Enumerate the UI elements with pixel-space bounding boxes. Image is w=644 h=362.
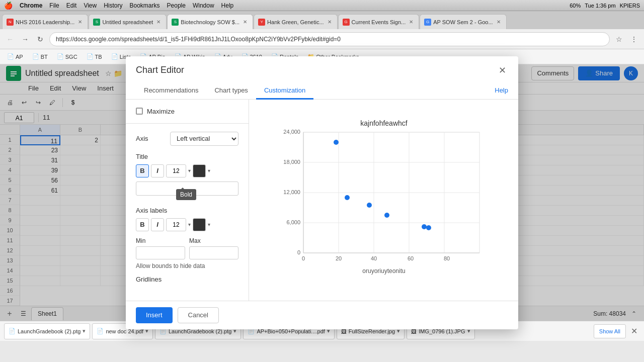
tab-label-4: Hank Green, Genetic... <box>267 19 324 25</box>
axis-color-arrow[interactable]: ▾ <box>208 222 210 227</box>
maximize-label: Maximize <box>147 108 175 115</box>
bookmark-star[interactable]: ☆ <box>613 33 625 45</box>
axis-bold-button[interactable]: B <box>136 218 149 231</box>
tab-favicon-1: N <box>7 19 14 26</box>
tab-label-1: NHS 2016 Leadership... <box>16 19 74 25</box>
address-bar[interactable]: https://docs.google.com/spreadsheets/d/1… <box>49 32 610 46</box>
insert-button[interactable]: Insert <box>136 307 173 323</box>
menu-window[interactable]: Window <box>193 2 214 9</box>
tab-1[interactable]: N NHS 2016 Leadership... ✕ <box>2 14 88 29</box>
tab-3[interactable]: S Biotechnology SOW $... ✕ <box>167 14 253 29</box>
tab-label-5: Current Events Sign... <box>352 19 406 25</box>
axis-font-size[interactable] <box>166 218 186 231</box>
tab-close-6[interactable]: ✕ <box>495 19 502 26</box>
title-color-picker[interactable] <box>193 164 206 177</box>
menu-edit[interactable]: Edit <box>66 2 77 9</box>
tab-recommendations[interactable]: Recommendations <box>136 82 206 100</box>
menu-chrome[interactable]: Chrome <box>20 2 42 9</box>
menu-history[interactable]: History <box>104 2 122 9</box>
datapoint-4 <box>384 213 389 218</box>
settings-button[interactable]: ⋮ <box>628 33 640 45</box>
title-italic-button[interactable]: I <box>151 164 164 177</box>
bookmark-sgc[interactable]: 📄SGC <box>54 52 80 61</box>
title-font-size-arrow[interactable]: ▾ <box>188 168 191 173</box>
mac-menubar: 🍎 Chrome File Edit View History Bookmark… <box>0 0 644 11</box>
chart-editor-body: Maximize Axis Left vertical Title <box>126 100 518 301</box>
datapoint-3 <box>367 203 372 208</box>
axis-italic-button[interactable]: I <box>151 218 164 231</box>
chart-preview: kajnfohfeawhcf <box>278 115 490 286</box>
axis-labels-font-controls: B I ▾ ▾ <box>136 218 238 231</box>
menu-help[interactable]: Help <box>221 2 234 9</box>
tab-favicon-4: Y <box>258 19 265 26</box>
min-label: Min <box>136 237 185 244</box>
modal-overlay: Chart Editor ✕ Recommendations Chart typ… <box>0 64 644 321</box>
min-group: Min <box>136 237 185 259</box>
download-icon-2: 📄 <box>97 328 104 334</box>
title-bold-button[interactable]: B <box>136 164 149 177</box>
download-label-1: LaunchGradebook (2).ptg <box>18 328 80 334</box>
tab-4[interactable]: Y Hank Green, Genetic... ✕ <box>254 14 338 29</box>
menu-people[interactable]: People <box>167 2 186 9</box>
axis-labels-section-label: Axis labels <box>136 207 238 214</box>
menu-file[interactable]: File <box>49 2 59 9</box>
download-item-1[interactable]: 📄 LaunchGradebook (2).ptg ▾ <box>4 323 90 339</box>
browser-toolbar: ← → ↻ https://docs.google.com/spreadshee… <box>0 29 644 49</box>
chart-editor-left-panel: Maximize Axis Left vertical Title <box>126 100 249 301</box>
close-button[interactable]: ✕ <box>496 64 508 76</box>
y-label-6000: 6,000 <box>286 219 300 225</box>
y-label-18000: 18,000 <box>283 159 300 165</box>
cancel-button[interactable]: Cancel <box>178 307 219 323</box>
bookmark-ap[interactable]: 📄AP <box>4 52 26 61</box>
downloads-close-button[interactable]: ✕ <box>628 325 640 337</box>
chart-title-text: kajnfohfeawhcf <box>360 119 408 127</box>
chart-editor-tabs: Recommendations Chart types Customizatio… <box>126 76 518 100</box>
datapoint-2 <box>345 195 350 200</box>
back-button[interactable]: ← <box>4 33 16 45</box>
menu-bookmarks[interactable]: Bookmarks <box>130 2 160 9</box>
axis-font-size-arrow[interactable]: ▾ <box>188 222 191 227</box>
datapoint-5 <box>422 224 427 229</box>
tab-close-4[interactable]: ✕ <box>326 19 333 26</box>
menu-view[interactable]: View <box>84 2 97 9</box>
chart-editor-right-panel: kajnfohfeawhcf <box>249 100 518 301</box>
reload-button[interactable]: ↻ <box>34 33 46 45</box>
apple-logo: 🍎 <box>4 2 13 10</box>
x-label-20: 20 <box>335 255 341 261</box>
axis-select[interactable]: Left vertical <box>170 132 238 146</box>
download-arrow-1[interactable]: ▾ <box>83 328 86 334</box>
bookmark-tb[interactable]: 📄TB <box>84 52 105 61</box>
bookmark-bt[interactable]: 📄BT <box>29 52 51 61</box>
axis-color-picker[interactable] <box>193 218 206 231</box>
tab-close-5[interactable]: ✕ <box>408 19 415 26</box>
tab-6[interactable]: G AP SOW Sem 2 - Goo... ✕ <box>420 14 506 29</box>
tab-2[interactable]: S Untitled spreadsheet ✕ <box>89 14 167 29</box>
chart-svg: kajnfohfeawhcf <box>278 115 490 286</box>
chart-editor: Chart Editor ✕ Recommendations Chart typ… <box>126 56 518 329</box>
forward-button[interactable]: → <box>19 33 31 45</box>
help-link[interactable]: Help <box>495 82 508 99</box>
y-label-12000: 12,000 <box>283 189 300 195</box>
show-all-button[interactable]: Show All <box>594 324 626 338</box>
tab-close-1[interactable]: ✕ <box>76 19 84 26</box>
tab-close-3[interactable]: ✕ <box>242 19 249 26</box>
title-font-size[interactable] <box>166 164 186 177</box>
x-label-40: 40 <box>370 255 376 261</box>
tab-label-3: Biotechnology SOW $... <box>181 19 239 25</box>
tab-favicon-3: S <box>172 19 179 26</box>
tab-favicon-2: S <box>93 19 100 26</box>
tab-customization[interactable]: Customization <box>256 82 313 100</box>
max-input[interactable] <box>189 246 238 259</box>
tab-chart-types[interactable]: Chart types <box>206 82 256 100</box>
browser-tabs-bar: N NHS 2016 Leadership... ✕ S Untitled sp… <box>0 11 644 29</box>
x-axis-title: oruyoriuyteonitu <box>362 267 405 275</box>
tab-close-2[interactable]: ✕ <box>155 19 162 26</box>
title-color-arrow[interactable]: ▾ <box>208 168 210 173</box>
maximize-checkbox[interactable] <box>136 108 143 115</box>
title-text-input[interactable] <box>136 182 238 196</box>
axis-label: Axis <box>136 135 166 142</box>
allow-bounds-label: Allow bounds to hide data <box>136 262 238 269</box>
tab-5[interactable]: G Current Events Sign... ✕ <box>338 14 420 29</box>
min-input[interactable] <box>136 246 185 259</box>
url-text: https://docs.google.com/spreadsheets/d/1… <box>56 36 341 43</box>
